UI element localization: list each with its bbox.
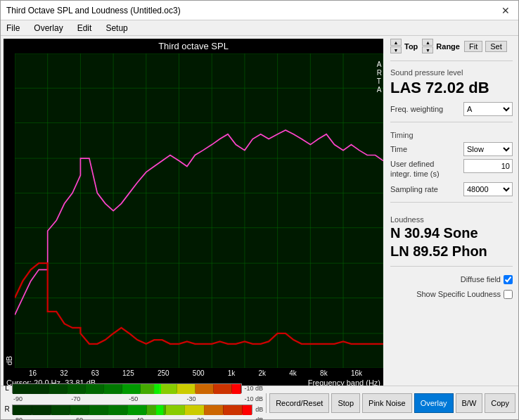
svg-rect-32 [13, 384, 31, 394]
top-down-btn[interactable]: ▼ [390, 46, 402, 53]
meter-graph-l [13, 384, 241, 394]
range-group: ▲ ▼ Range [422, 39, 460, 53]
svg-rect-33 [31, 384, 49, 394]
pink-noise-button[interactable]: Pink Noise [362, 393, 412, 413]
chart-x-labels: 16 32 63 125 250 500 1k 2k 4k 8k 16k [4, 368, 383, 378]
divider-4 [390, 266, 513, 267]
meter-row-r: R [4, 404, 263, 415]
meter-bar-r [12, 405, 252, 414]
y-axis-label: dB [4, 53, 15, 368]
integr-row: User defined integr. time (s) [390, 159, 513, 179]
top-controls: ▲ ▼ Top ▲ ▼ Range Fit Set [390, 39, 513, 53]
svg-rect-44 [232, 384, 241, 394]
diffuse-checkbox[interactable] [504, 275, 513, 284]
svg-rect-50 [89, 405, 108, 415]
loudness-label: Loudness [390, 215, 513, 224]
svg-rect-51 [108, 405, 127, 415]
chart-title: Third octave SPL [4, 39, 383, 53]
sampling-select[interactable]: 44100 48000 96000 [463, 182, 513, 196]
svg-rect-48 [51, 405, 70, 415]
svg-rect-41 [177, 384, 196, 394]
svg-rect-47 [32, 405, 51, 415]
chart-svg-container: 80.0 70 60 50 40 30 20 10 0 [15, 53, 383, 368]
arta-label: ARTA [377, 61, 382, 94]
bottom-bar: L [1, 386, 518, 419]
show-specific-checkbox[interactable] [504, 290, 513, 299]
loudness-section: Loudness N 30.94 Sone LN 89.52 Phon [390, 212, 513, 260]
db-meter: L [4, 383, 263, 421]
menu-edit[interactable]: Edit [75, 23, 95, 34]
svg-rect-42 [196, 384, 214, 394]
menu-setup[interactable]: Setup [103, 23, 130, 34]
svg-rect-49 [70, 405, 89, 415]
divider-v [266, 393, 267, 413]
integr-input[interactable] [463, 159, 513, 173]
freq-label: Frequency band (Hz) [308, 378, 380, 386]
chart-graph: 80.0 70 60 50 40 30 20 10 0 [15, 53, 383, 368]
fit-button[interactable]: Fit [464, 41, 482, 52]
meter-l-db: -10 dB [245, 385, 264, 392]
show-specific-row: Show Specific Loudness [390, 290, 513, 299]
bottom-buttons: Record/Reset Stop Pink Noise Overlay B/W… [269, 393, 515, 413]
timing-label: Timing [390, 131, 513, 139]
range-label: Range [436, 42, 460, 51]
range-spinner: ▲ ▼ [422, 39, 433, 53]
svg-rect-34 [49, 384, 68, 394]
spl-section-label: Sound pressure level [390, 68, 513, 77]
main-window: Third Octave SPL and Loudness (Untitled.… [0, 0, 519, 420]
ln-value: LN 89.52 Phon [390, 242, 513, 260]
meter-tick-labels-top: -90 -70 -50 -30 -10 dB [4, 395, 263, 402]
freq-weighting-select[interactable]: A B C Z [463, 102, 513, 116]
menu-file[interactable]: File [4, 23, 23, 34]
n-value: N 30.94 Sone [390, 224, 513, 242]
divider-2 [390, 122, 513, 122]
title-bar: Third Octave SPL and Loudness (Untitled.… [1, 1, 518, 20]
freq-weighting-row: Freq. weighting A B C Z [390, 102, 513, 116]
meter-row-l: L [4, 383, 263, 394]
main-content: Third octave SPL dB [1, 36, 518, 386]
svg-rect-57 [223, 405, 242, 415]
svg-rect-55 [185, 405, 204, 415]
overlay-button[interactable]: Overlay [414, 393, 454, 413]
meter-graph-r [13, 405, 252, 415]
svg-rect-0 [15, 53, 383, 368]
bw-button[interactable]: B/W [456, 393, 483, 413]
menu-bar: File Overlay Edit Setup [1, 20, 518, 36]
svg-rect-38 [122, 384, 141, 394]
meter-tick-labels-bottom: -80 -60 -40 -20 dB [4, 416, 263, 421]
meter-r-label: R [4, 405, 11, 413]
time-label: Time [390, 145, 407, 153]
range-down-btn[interactable]: ▼ [422, 46, 433, 53]
close-button[interactable]: ✕ [499, 4, 513, 18]
svg-rect-40 [159, 384, 177, 394]
svg-rect-52 [127, 405, 146, 415]
top-up-btn[interactable]: ▲ [390, 39, 402, 46]
divider-1 [390, 61, 513, 61]
timing-section: Timing Time Slow Fast Impulse User defin… [390, 131, 513, 196]
divider-3 [390, 202, 513, 203]
loudness-n-value: N 30.94 Sone LN 89.52 Phon [390, 224, 513, 260]
integr-label: User defined integr. time (s) [390, 159, 454, 179]
set-button[interactable]: Set [485, 41, 507, 52]
range-up-btn[interactable]: ▲ [422, 39, 433, 46]
diffuse-label: Diffuse field [461, 275, 501, 284]
copy-button[interactable]: Copy [485, 393, 515, 413]
meter-bar-l [12, 383, 242, 393]
chart-canvas: dB [4, 53, 383, 368]
svg-rect-43 [214, 384, 232, 394]
menu-overlay[interactable]: Overlay [31, 23, 65, 34]
stop-button[interactable]: Stop [331, 393, 360, 413]
window-title: Third Octave SPL and Loudness (Untitled.… [6, 6, 181, 15]
time-row: Time Slow Fast Impulse [390, 142, 513, 156]
sampling-row: Sampling rate 44100 48000 96000 [390, 182, 513, 196]
svg-rect-58 [243, 405, 252, 415]
freq-weighting-label: Freq. weighting [390, 105, 443, 113]
svg-rect-36 [86, 384, 104, 394]
record-reset-button[interactable]: Record/Reset [269, 393, 329, 413]
svg-rect-56 [204, 405, 223, 415]
time-select[interactable]: Slow Fast Impulse [463, 142, 513, 156]
top-spinner: ▲ ▼ [390, 39, 402, 53]
chart-area: Third octave SPL dB [4, 39, 383, 383]
fit-set-group: Fit Set [464, 41, 507, 52]
spl-value: LAS 72.02 dB [390, 79, 513, 96]
